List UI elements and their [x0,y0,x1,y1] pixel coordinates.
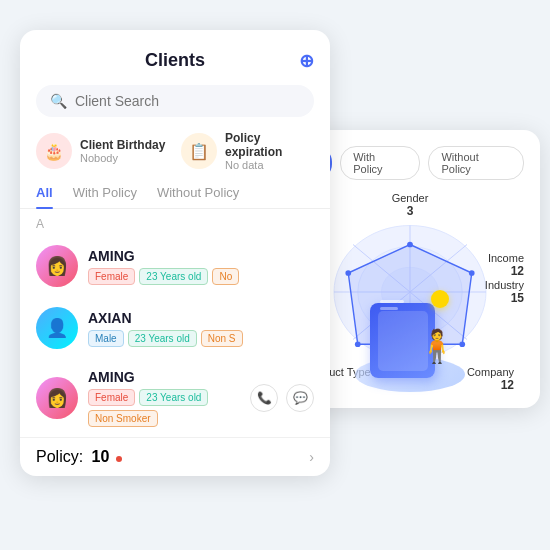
client-info: AMING Female 23 Years old Non Smoker [88,369,240,427]
avatar: 👤 [36,307,78,349]
tag-male: Male [88,330,124,347]
filter-pills: All With Policy Without Policy [296,146,524,180]
avatar: 👩 [36,377,78,419]
policy-exp-icon-circle: 📋 [181,133,217,169]
main-card: Clients ⊕ 🔍 🎂 Client Birthday Nobody 📋 P… [20,30,330,476]
company-label: Company 12 [467,366,514,392]
info-box-birthday: 🎂 Client Birthday Nobody [36,131,169,171]
client-tags: Female 23 Years old Non Smoker [88,389,240,427]
birthday-text-block: Client Birthday Nobody [80,138,165,164]
birthday-value: Nobody [80,152,165,164]
income-label: Income 12 [488,252,524,278]
search-icon: 🔍 [50,93,67,109]
tag-no: Non S [201,330,243,347]
tag-no: Non Smoker [88,410,158,427]
policy-exp-label: Policy expiration [225,131,314,159]
tag-female: Female [88,268,135,285]
client-name: AMING [88,369,240,385]
birthday-icon-circle: 🎂 [36,133,72,169]
industry-label: Industry 15 [485,279,524,305]
client-name: AXIAN [88,310,314,326]
search-bar[interactable]: 🔍 [36,85,314,117]
tag-age: 23 Years old [139,268,208,285]
tag-age: 23 Years old [128,330,197,347]
chevron-right-icon[interactable]: › [309,449,314,465]
client-actions: 📞 💬 [250,384,314,412]
tag-no: No [212,268,239,285]
policy-exp-text-block: Policy expiration No data [225,131,314,171]
client-item[interactable]: 👩 AMING Female 23 Years old No [20,235,330,297]
birthday-label: Client Birthday [80,138,165,152]
avatar: 👩 [36,245,78,287]
info-box-policy: 📋 Policy expiration No data [181,131,314,171]
info-row: 🎂 Client Birthday Nobody 📋 Policy expira… [36,131,314,171]
message-icon[interactable]: 💬 [286,384,314,412]
chart-area: 🧍 Gender 3 Age 8 Industry 15 Income 12 [296,192,524,392]
add-user-icon[interactable]: ⊕ [299,50,314,72]
policy-count: 10 [92,448,110,465]
svg-point-12 [345,270,351,276]
client-info: AXIAN Male 23 Years old Non S [88,310,314,347]
phone-icon[interactable]: 📞 [250,384,278,412]
policy-dot [116,456,122,462]
card-title: Clients ⊕ [20,50,330,71]
tab-all[interactable]: All [36,185,53,208]
pill-with-policy[interactable]: With Policy [340,146,420,180]
tag-age: 23 Years old [139,389,208,406]
tabs-row: All With Policy Without Policy [20,185,330,209]
tab-with-policy[interactable]: With Policy [73,185,137,208]
client-tags: Female 23 Years old No [88,268,314,285]
tag-female: Female [88,389,135,406]
client-tags: Male 23 Years old Non S [88,330,314,347]
client-item[interactable]: 👤 AXIAN Male 23 Years old Non S [20,297,330,359]
pill-without-policy[interactable]: Without Policy [428,146,524,180]
policy-label-text: Policy: [36,448,83,465]
section-letter: A [20,209,330,235]
client-item[interactable]: 👩 AMING Female 23 Years old Non Smoker 📞… [20,359,330,437]
policy-exp-value: No data [225,159,314,171]
policy-footer: Policy: 10 › [20,437,330,476]
tab-without-policy[interactable]: Without Policy [157,185,239,208]
app-title: Clients [145,50,205,70]
client-name: AMING [88,248,314,264]
policy-label: Policy: 10 [36,448,122,466]
search-input[interactable] [75,93,300,109]
client-info: AMING Female 23 Years old No [88,248,314,285]
svg-point-9 [469,270,475,276]
